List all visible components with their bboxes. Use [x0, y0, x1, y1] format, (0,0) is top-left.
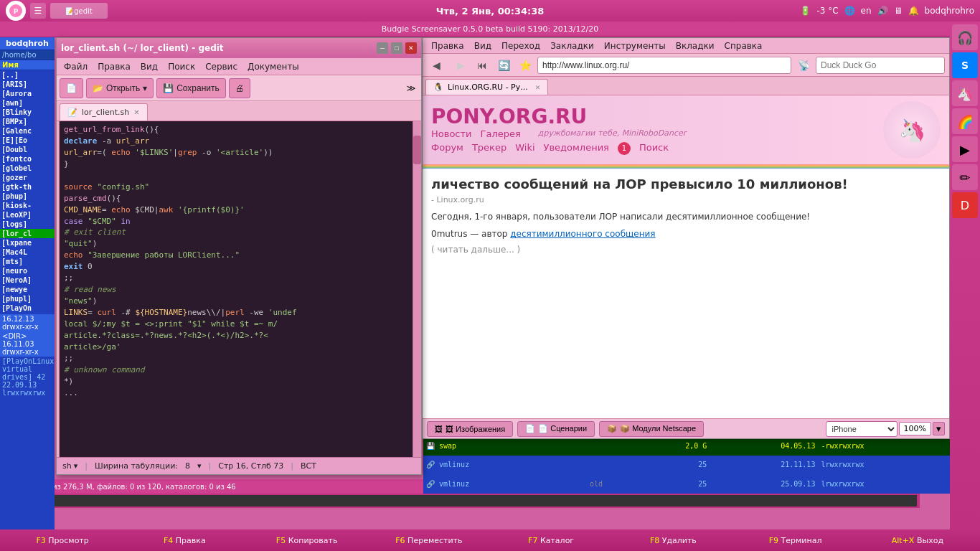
- sidebar-icon-dl[interactable]: D: [952, 192, 978, 218]
- sidebar-icon-pencil[interactable]: ✏️: [952, 164, 978, 190]
- mc-item[interactable]: [logs]: [0, 220, 55, 229]
- gedit-menu-docs[interactable]: Документы: [243, 60, 303, 73]
- gedit-menu-file[interactable]: Файл: [60, 60, 92, 73]
- app-menu-icon[interactable]: ☰: [30, 3, 46, 19]
- statusbar-lang[interactable]: sh ▾: [62, 461, 77, 471]
- images-bookmark-btn[interactable]: 🖼 🖼 Изображения: [427, 421, 513, 437]
- cmd-exit[interactable]: Alt+X Выход: [858, 534, 977, 547]
- browser-tab-linux[interactable]: 🐧 Linux.ORG.RU - Ру... ✕: [425, 79, 548, 95]
- nav-notifications[interactable]: Уведомления: [544, 142, 609, 155]
- nav-news[interactable]: Новости: [431, 128, 472, 139]
- mc-item[interactable]: [neuro: [0, 266, 55, 276]
- open-dropdown-icon[interactable]: ▾: [143, 83, 147, 93]
- nav-tracker[interactable]: Трекер: [472, 142, 507, 155]
- cmd-f6[interactable]: F6 Переместить: [369, 534, 489, 547]
- mc-item[interactable]: [Doubl: [0, 145, 55, 154]
- tab-width-dropdown[interactable]: ▾: [197, 461, 202, 471]
- mc-item[interactable]: [globel: [0, 164, 55, 173]
- lang-dropdown-icon[interactable]: ▾: [74, 461, 78, 471]
- mc-item[interactable]: [awn]: [0, 98, 55, 108]
- mc-item[interactable]: [Mac4L: [0, 248, 55, 257]
- sidebar-icon-media[interactable]: ▶: [952, 136, 978, 162]
- scrollbar-thumb[interactable]: [413, 136, 421, 164]
- mc-item[interactable]: [lxpane: [0, 238, 55, 248]
- gedit-taskbar-btn[interactable]: 📝 gedit: [50, 3, 108, 19]
- table-row[interactable]: 🔗 vmlinuz 25 21.11.13 lrwxrwxrwx: [423, 456, 950, 475]
- minimize-button[interactable]: ─: [377, 42, 388, 54]
- toolbar-more-icon[interactable]: ≫: [404, 81, 418, 95]
- mc-item[interactable]: [..]: [0, 70, 55, 80]
- browser-menu-goto[interactable]: Переход: [497, 40, 545, 52]
- cmd-f9[interactable]: F9 Терминал: [736, 534, 855, 547]
- gedit-scrollbar[interactable]: [413, 121, 421, 457]
- sidebar-icon-skype[interactable]: S: [952, 52, 978, 78]
- mc-item-lor-client[interactable]: [lor_cl: [0, 229, 55, 238]
- browser-menu-tools[interactable]: Инструменты: [600, 40, 670, 52]
- browser-menu-edit[interactable]: Правка: [427, 40, 468, 52]
- rss-button[interactable]: 📡: [794, 56, 813, 75]
- browser-menu-bookmarks[interactable]: Закладки: [546, 40, 598, 52]
- mc-item[interactable]: [BMPx]: [0, 117, 55, 126]
- browser-menu-help[interactable]: Справка: [720, 40, 767, 52]
- mc-item[interactable]: [mts]: [0, 257, 55, 266]
- cmd-f3[interactable]: F3 Просмотр: [3, 534, 122, 547]
- mc-item[interactable]: [Aurora: [0, 89, 55, 98]
- modules-bookmark-btn[interactable]: 📦 📦 Модули Netscape: [599, 421, 704, 437]
- scripts-bookmark-btn[interactable]: 📄 📄 Сценарии: [517, 421, 595, 437]
- bookmark-star-button[interactable]: ⭐: [516, 56, 534, 75]
- mc-item[interactable]: [newye: [0, 285, 55, 294]
- mc-item[interactable]: [ARIS]: [0, 80, 55, 89]
- article-link[interactable]: десятимиллионного сообщения: [510, 229, 655, 239]
- url-bar[interactable]: [537, 57, 791, 74]
- gedit-menu-tools[interactable]: Сервис: [201, 60, 242, 73]
- sidebar-icon-pony1[interactable]: 🦄: [952, 80, 978, 106]
- gedit-editor[interactable]: get_url_from_link(){ declare -a url_arr …: [60, 121, 413, 457]
- volume-icon[interactable]: 🔊: [877, 6, 888, 16]
- table-row[interactable]: 🔗 vmlinuz old 25 25.09.13 lrwxrwxrwx: [423, 474, 950, 494]
- tab-close-icon[interactable]: ✕: [535, 84, 541, 91]
- mc-item[interactable]: [phup]: [0, 192, 55, 201]
- mc-item[interactable]: [gozer: [0, 173, 55, 182]
- refresh-button[interactable]: 🔄: [494, 56, 513, 75]
- gedit-menu-edit[interactable]: Правка: [93, 60, 135, 73]
- tab-close-icon[interactable]: ✕: [133, 108, 139, 116]
- cmd-input[interactable]: [25, 495, 918, 507]
- cmd-f7[interactable]: F7 Каталог: [491, 534, 611, 547]
- gedit-tab-lor-client[interactable]: 📝 lor_client.sh ✕: [60, 103, 148, 121]
- open-button[interactable]: 📂 Открыть ▾: [86, 78, 154, 98]
- print-button[interactable]: 🖨: [229, 78, 250, 98]
- mc-item[interactable]: [phupl]: [0, 294, 55, 303]
- cmd-f8[interactable]: F8 Удалить: [613, 534, 732, 547]
- sidebar-icon-headphones[interactable]: 🎧: [952, 24, 978, 50]
- mc-item[interactable]: [kiosk-: [0, 201, 55, 210]
- new-file-button[interactable]: 📄: [60, 78, 83, 98]
- maximize-button[interactable]: □: [391, 42, 402, 54]
- browser-menu-tabs[interactable]: Вкладки: [672, 40, 719, 52]
- device-select[interactable]: iPhone: [826, 421, 897, 437]
- close-button[interactable]: ✕: [405, 42, 417, 54]
- mc-item[interactable]: [Galenc: [0, 126, 55, 136]
- nav-wiki[interactable]: Wiki: [515, 142, 534, 155]
- nav-search[interactable]: Поиск: [639, 142, 669, 155]
- save-button[interactable]: 💾 Сохранить: [156, 78, 226, 98]
- gedit-menu-view[interactable]: Вид: [136, 60, 162, 73]
- mc-item[interactable]: [NeroA]: [0, 276, 55, 285]
- app-logo[interactable]: P: [6, 1, 26, 21]
- home-button[interactable]: ⏮: [473, 56, 491, 75]
- cmd-f5[interactable]: F5 Копировать: [248, 534, 367, 547]
- nav-forum[interactable]: Форум: [431, 142, 463, 155]
- mc-item[interactable]: [E][Eo: [0, 136, 55, 145]
- gedit-menu-search[interactable]: Поиск: [164, 60, 199, 73]
- lang-display[interactable]: en: [861, 6, 872, 16]
- mc-item[interactable]: [PlayOn: [0, 303, 55, 313]
- browser-menu-view[interactable]: Вид: [470, 40, 496, 52]
- sidebar-icon-pony2[interactable]: 🌈: [952, 108, 978, 134]
- zoom-down-button[interactable]: ▾: [933, 422, 945, 435]
- search-bar[interactable]: [816, 57, 945, 74]
- article-read-more[interactable]: ( читать дальше... ): [431, 245, 941, 255]
- gedit-titlebar[interactable]: lor_client.sh (~/ lor_client) - gedit ─ …: [57, 38, 421, 58]
- mc-item-virtual[interactable]: [PlayOnLinux's virtual drives] 42 22.09.…: [0, 357, 55, 397]
- mc-item[interactable]: [gtk-th: [0, 182, 55, 192]
- mc-item[interactable]: [fontco: [0, 154, 55, 164]
- user-display[interactable]: bodqhrohro: [925, 6, 974, 16]
